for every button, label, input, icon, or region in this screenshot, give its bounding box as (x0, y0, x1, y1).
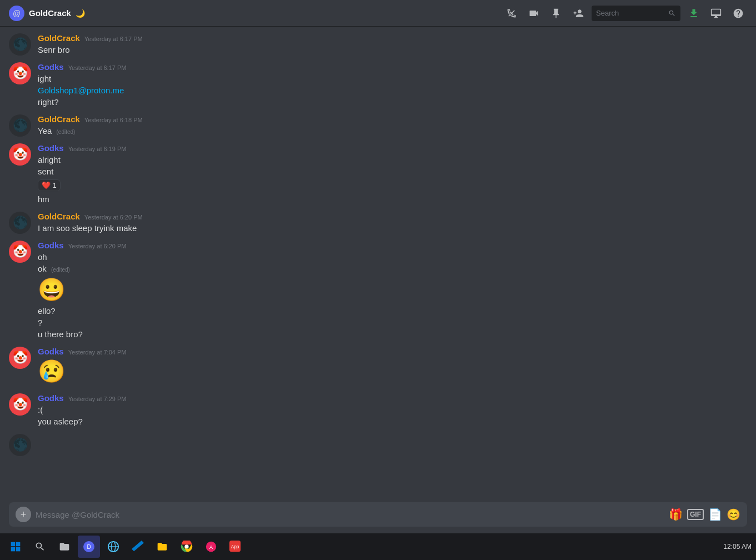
logo-icon: @ (13, 9, 21, 18)
username[interactable]: GoldCrack (38, 212, 80, 221)
message-body: Godks Yesterday at 6:17 PM ight Goldshop… (38, 62, 747, 108)
avatar: 🌑 (9, 434, 31, 456)
clock-time: 12:05 AM (723, 543, 752, 551)
app-logo: @ (9, 6, 24, 21)
svg-text:App: App (231, 544, 239, 549)
avatar: 🌑 (9, 212, 31, 234)
taskbar-app3[interactable]: App (224, 536, 247, 558)
taskbar-files2[interactable] (151, 536, 173, 558)
timestamp: Yesterday at 6:19 PM (68, 146, 127, 152)
username[interactable]: GoldCrack (38, 114, 80, 124)
message-group: 🤡 Godks Yesterday at 7:29 PM :( you asle… (9, 391, 756, 429)
taskbar-files[interactable] (53, 536, 76, 558)
taskbar-browser[interactable] (102, 536, 124, 558)
top-bar: @ GoldCrack 🌙 (0, 0, 756, 27)
add-friend-button[interactable] (569, 4, 587, 22)
svg-text:A: A (209, 544, 213, 550)
emoji-large: 😀 (38, 277, 747, 303)
add-attachment-button[interactable]: + (16, 507, 31, 522)
message-header: Godks Yesterday at 6:17 PM (38, 62, 747, 72)
avatar: 🤡 (9, 143, 31, 166)
main-content: 🌑 GoldCrack Yesterday at 6:17 PM Senr br… (0, 27, 756, 533)
taskbar-search[interactable] (29, 536, 51, 558)
message-header: GoldCrack Yesterday at 6:18 PM (38, 114, 747, 124)
taskbar-left: D A App (4, 536, 247, 558)
message-text-link[interactable]: Goldshop1@proton.me (38, 84, 747, 96)
message-header: GoldCrack Yesterday at 6:20 PM (38, 212, 747, 221)
message-text: ight (38, 73, 747, 84)
message-body: Godks Yesterday at 6:20 PM oh ok (edited… (38, 241, 747, 340)
message-text: u there bro? (38, 328, 747, 340)
emoji-picker-icon[interactable]: 😊 (727, 508, 740, 521)
svg-rect-0 (11, 542, 16, 547)
avatar: 🤡 (9, 347, 31, 369)
message-text: you asleep? (38, 416, 747, 427)
message-header: GoldCrack Yesterday at 6:17 PM (38, 33, 747, 43)
input-actions: 🎁 GIF 📄 😊 (669, 508, 740, 521)
username[interactable]: Godks (38, 241, 64, 250)
video-button[interactable] (525, 4, 543, 22)
taskbar-app1[interactable]: D (78, 536, 100, 558)
avatar: 🤡 (9, 393, 31, 416)
monitor-button[interactable] (707, 4, 725, 22)
taskbar-chrome[interactable] (176, 536, 198, 558)
message-header: Godks Yesterday at 7:04 PM (38, 347, 747, 356)
timestamp: Yesterday at 6:17 PM (84, 36, 143, 42)
username[interactable]: Godks (38, 347, 64, 356)
avatar: 🤡 (9, 241, 31, 263)
phone-mute-button[interactable] (503, 4, 520, 22)
message-text: oh (38, 251, 747, 263)
taskbar-right: 12:05 AM (723, 543, 752, 551)
message-group: 🌑 GoldCrack Yesterday at 6:18 PM Yea (ed… (9, 112, 756, 139)
message-text: Yea (edited) (38, 125, 747, 137)
edited-tag: (edited) (51, 267, 70, 273)
avatar: 🤡 (9, 62, 31, 84)
message-text: alright (38, 154, 747, 166)
username[interactable]: Godks (38, 393, 64, 403)
moon-icon: 🌙 (76, 9, 85, 18)
svg-rect-3 (16, 547, 21, 552)
reaction-button[interactable]: ❤️ 1 (38, 179, 61, 191)
message-header: Godks Yesterday at 6:19 PM (38, 143, 747, 153)
taskbar-vscode[interactable] (127, 536, 149, 558)
gift-icon[interactable]: 🎁 (669, 508, 683, 521)
message-group: 🌑 (9, 432, 756, 458)
timestamp: Yesterday at 6:17 PM (68, 64, 127, 71)
taskbar-start[interactable] (4, 536, 27, 558)
search-input[interactable] (596, 9, 665, 17)
download-button[interactable] (685, 4, 703, 22)
svg-rect-2 (11, 547, 16, 552)
pin-button[interactable] (547, 4, 565, 22)
message-body: GoldCrack Yesterday at 6:18 PM Yea (edit… (38, 114, 747, 137)
help-button[interactable] (729, 4, 747, 22)
message-input[interactable] (36, 510, 664, 519)
timestamp: Yesterday at 6:18 PM (84, 117, 143, 123)
message-input-area: + 🎁 GIF 📄 😊 (0, 502, 756, 533)
gif-button[interactable]: GIF (687, 509, 704, 520)
message-text: Senr bro (38, 44, 747, 56)
message-text: ok (edited) (38, 263, 747, 274)
avatar: 🌑 (9, 114, 31, 137)
emoji-large: 😢 (38, 358, 747, 384)
message-group: 🤡 Godks Yesterday at 6:17 PM ight Goldsh… (9, 60, 756, 110)
reaction-count: 1 (53, 182, 57, 189)
taskbar-app2[interactable]: A (200, 536, 222, 558)
message-group: 🤡 Godks Yesterday at 6:20 PM oh ok (edit… (9, 238, 756, 342)
messages-area[interactable]: 🌑 GoldCrack Yesterday at 6:17 PM Senr br… (0, 27, 756, 502)
message-text: right? (38, 96, 747, 108)
message-body: Godks Yesterday at 7:29 PM :( you asleep… (38, 393, 747, 427)
message-group: 🤡 Godks Yesterday at 6:19 PM alright sen… (9, 141, 756, 207)
username[interactable]: GoldCrack (38, 33, 80, 43)
message-group: 🌑 GoldCrack Yesterday at 6:20 PM I am so… (9, 209, 756, 236)
message-text: I am soo sleep tryink make (38, 222, 747, 234)
search-box[interactable] (592, 6, 680, 21)
message-body: GoldCrack Yesterday at 6:20 PM I am soo … (38, 212, 747, 234)
sticker-icon[interactable]: 📄 (708, 508, 722, 521)
timestamp: Yesterday at 6:20 PM (68, 243, 127, 249)
message-input-box: + 🎁 GIF 📄 😊 (9, 502, 747, 527)
username[interactable]: Godks (38, 143, 64, 153)
message-text: sent (38, 166, 747, 177)
reaction-emoji: ❤️ (42, 181, 51, 189)
username[interactable]: Godks (38, 62, 64, 72)
top-bar-left: @ GoldCrack 🌙 (9, 6, 496, 21)
